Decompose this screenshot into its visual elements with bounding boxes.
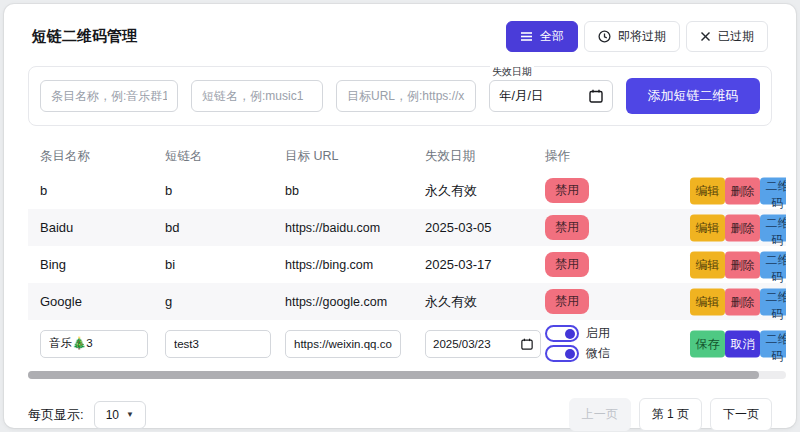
table-row: Bing bi https://bing.com 2025-03-17 禁用 编… (28, 246, 786, 283)
cell-expiry: 2025-03-17 (425, 257, 545, 272)
delete-button[interactable]: 删除 (725, 214, 760, 241)
add-form: 失效日期 年/月/日 添加短链二维码 (28, 66, 772, 126)
filter-expired-label: 已过期 (718, 28, 754, 45)
delete-button[interactable]: 删除 (725, 288, 760, 315)
col-header-actions: 操作 (545, 148, 786, 165)
col-header-slug: 短链名 (165, 148, 285, 165)
filter-expiring-button[interactable]: 即将过期 (584, 21, 680, 52)
qr-button[interactable]: 二维码 (760, 177, 786, 204)
cell-slug: bi (165, 257, 285, 272)
col-header-url: 目标 URL (285, 148, 425, 165)
qr-button[interactable]: 二维码 (760, 330, 786, 357)
filter-expired-button[interactable]: 已过期 (686, 21, 768, 52)
qr-button[interactable]: 二维码 (760, 251, 786, 278)
cell-url: https://baidu.com (285, 221, 425, 235)
edit-slug-input[interactable] (165, 330, 271, 358)
edit-row: 2025/03/23 启用 微信 (28, 320, 786, 367)
row-actions: 编辑 删除 二维码 (690, 177, 786, 204)
col-header-expiry: 失效日期 (425, 148, 545, 165)
edit-name-input[interactable] (40, 330, 148, 358)
page-title: 短链二维码管理 (32, 27, 137, 46)
cell-name: b (28, 183, 165, 198)
disable-button[interactable]: 禁用 (545, 252, 589, 277)
disable-button[interactable]: 禁用 (545, 289, 589, 314)
clock-icon (598, 30, 611, 43)
cell-expiry: 2025-03-05 (425, 220, 545, 235)
edit-date-value: 2025/03/23 (433, 338, 491, 350)
qr-button[interactable]: 二维码 (760, 288, 786, 315)
col-header-name: 条目名称 (28, 148, 165, 165)
table-row: Baidu bd https://baidu.com 2025-03-05 禁用… (28, 209, 786, 246)
horizontal-scrollbar (28, 371, 786, 379)
footer: 每页显示: 10 ▼ 上一页 第 1 页 下一页 (28, 398, 772, 431)
x-icon (700, 31, 711, 42)
expiry-date-label: 失效日期 (490, 66, 534, 78)
enable-toggle[interactable] (545, 325, 579, 342)
cancel-button[interactable]: 取消 (725, 330, 760, 357)
filter-group: 全部 即将过期 已过期 (506, 21, 768, 52)
toggle-knob (565, 349, 575, 359)
entry-name-input[interactable] (40, 80, 178, 112)
cell-slug: g (165, 294, 285, 309)
toggle-knob (565, 329, 575, 339)
disable-button[interactable]: 禁用 (545, 178, 589, 203)
main-card: 短链二维码管理 全部 即将过期 (4, 4, 796, 428)
cell-name: Baidu (28, 220, 165, 235)
prev-page-button[interactable]: 上一页 (569, 398, 631, 431)
delete-button[interactable]: 删除 (725, 177, 760, 204)
cell-expiry: 永久有效 (425, 293, 545, 311)
cell-name: Bing (28, 257, 165, 272)
next-page-button[interactable]: 下一页 (710, 398, 772, 431)
calendar-icon (589, 89, 603, 103)
edit-row-actions: 保存 取消 二维码 (690, 330, 786, 357)
pagination: 上一页 第 1 页 下一页 (569, 398, 772, 431)
wechat-toggle[interactable] (545, 345, 579, 362)
edit-button[interactable]: 编辑 (690, 177, 725, 204)
row-actions: 编辑 删除 二维码 (690, 288, 786, 315)
table-row: Google g https://google.com 永久有效 禁用 编辑 删… (28, 283, 786, 320)
edit-button[interactable]: 编辑 (690, 214, 725, 241)
expiry-date-value: 年/月/日 (499, 88, 543, 105)
scrollbar-thumb[interactable] (28, 371, 759, 379)
disable-button[interactable]: 禁用 (545, 215, 589, 240)
chevron-down-icon: ▼ (126, 410, 134, 419)
filter-expiring-label: 即将过期 (618, 28, 666, 45)
target-url-input[interactable] (336, 80, 476, 112)
header: 短链二维码管理 全部 即将过期 (4, 4, 796, 62)
cell-slug: bd (165, 220, 285, 235)
per-page-control: 每页显示: 10 ▼ (28, 401, 146, 429)
cell-slug: b (165, 183, 285, 198)
expiry-date-field: 失效日期 年/月/日 (489, 80, 613, 112)
edit-button[interactable]: 编辑 (690, 251, 725, 278)
list-icon (520, 31, 533, 42)
qr-button[interactable]: 二维码 (760, 214, 786, 241)
cell-url: bb (285, 184, 425, 198)
wechat-toggle-label: 微信 (586, 345, 610, 362)
save-button[interactable]: 保存 (690, 330, 725, 357)
cell-url: https://bing.com (285, 258, 425, 272)
row-actions: 编辑 删除 二维码 (690, 251, 786, 278)
short-name-input[interactable] (191, 80, 323, 112)
add-shortlink-button[interactable]: 添加短链二维码 (626, 78, 760, 114)
calendar-icon (521, 338, 533, 350)
table-header-row: 条目名称 短链名 目标 URL 失效日期 操作 (28, 140, 786, 172)
cell-expiry: 永久有效 (425, 182, 545, 200)
per-page-value: 10 (106, 408, 119, 422)
shortlink-table: 条目名称 短链名 目标 URL 失效日期 操作 b b bb 永久有效 禁用 编… (28, 140, 786, 367)
delete-button[interactable]: 删除 (725, 251, 760, 278)
per-page-select[interactable]: 10 ▼ (94, 401, 146, 429)
enable-toggle-label: 启用 (586, 325, 610, 342)
row-actions: 编辑 删除 二维码 (690, 214, 786, 241)
edit-date-input[interactable]: 2025/03/23 (425, 330, 541, 358)
edit-button[interactable]: 编辑 (690, 288, 725, 315)
edit-url-input[interactable] (285, 330, 401, 358)
per-page-label: 每页显示: (28, 406, 84, 424)
filter-all-label: 全部 (540, 28, 564, 45)
cell-name: Google (28, 294, 165, 309)
expiry-date-input[interactable]: 年/月/日 (489, 80, 613, 112)
filter-all-button[interactable]: 全部 (506, 21, 578, 52)
cell-url: https://google.com (285, 295, 425, 309)
page-indicator: 第 1 页 (639, 398, 702, 431)
table-row: b b bb 永久有效 禁用 编辑 删除 二维码 (28, 172, 786, 209)
